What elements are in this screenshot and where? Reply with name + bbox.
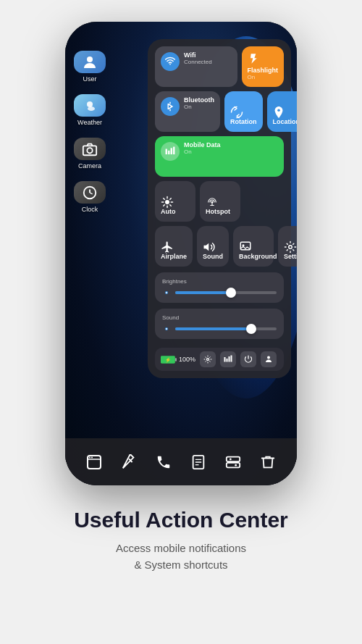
svg-point-41 [235,464,237,466]
text-section: Useful Action Center Access mobile notif… [45,507,317,573]
wifi-icon-circle [161,52,180,71]
cc-row-3: Mobile Data On [155,136,284,177]
hotspot-icon [206,196,219,209]
brightness-track[interactable] [175,291,277,294]
app-weather-label: Weather [77,119,102,126]
location-tile[interactable]: Location [267,91,298,132]
sound-title: Sound [203,254,223,261]
flashlight-tile[interactable]: Flashlight On [242,46,285,87]
sound-slider-row [162,325,277,333]
svg-rect-38 [227,456,240,461]
wifi-tile[interactable]: Wifi Connected [155,46,237,87]
app-weather-icon [74,94,106,117]
gear-icon [203,355,212,364]
status-signal-icon[interactable] [220,351,236,367]
power-icon [244,355,253,364]
cc-grid: Wifi Connected Flashlight On [155,46,284,371]
phone-screen: User Weather [65,22,297,485]
brightness-icon [162,288,171,297]
settings-tile[interactable]: Settings [278,226,297,267]
background-icon [239,241,252,254]
app-clock-icon [74,181,106,204]
dock-phone[interactable] [151,449,177,475]
dock-switch[interactable] [220,449,246,475]
svg-point-32 [91,456,93,458]
svg-point-8 [169,64,171,65]
dock-pen[interactable] [116,449,142,475]
svg-marker-16 [204,243,209,251]
wifi-tile-info: Wifi Connected [184,52,232,66]
airplane-icon [161,241,174,254]
settings-title: Settings [284,254,297,261]
svg-point-23 [166,328,167,330]
mobile-icon-circle [161,142,180,161]
sound-slider-section: Sound [155,309,284,339]
status-gear-icon[interactable] [200,351,216,367]
app-camera[interactable]: Camera [74,138,106,170]
control-center: Wifi Connected Flashlight On [148,39,291,378]
pen-icon [121,454,137,470]
location-title: Location [273,119,298,126]
user-status-icon [264,355,273,364]
svg-point-19 [289,246,292,249]
svg-rect-25 [175,358,177,361]
switch-icon [225,454,241,470]
mobile-data-tile[interactable]: Mobile Data On [155,136,284,177]
rotation-tile[interactable]: Rotation [224,91,263,132]
brightness-thumb[interactable] [226,288,236,298]
brightness-label: Brightnes [162,278,277,285]
app-user-label: User [83,75,96,83]
rotation-icon [230,106,243,119]
sound-slider-label: Sound [162,314,277,321]
phone-icon [156,454,172,470]
wifi-icon [165,57,175,67]
notes-icon [190,454,206,470]
bluetooth-tile[interactable]: Bluetooth On [155,91,220,132]
svg-line-7 [90,193,93,194]
svg-point-4 [87,148,92,153]
svg-rect-39 [227,462,240,467]
svg-point-2 [88,106,95,111]
bt-icon-circle [161,97,180,116]
brightness-slider-row [162,288,277,297]
status-user-icon[interactable] [261,351,277,367]
background-title: Background [239,254,277,261]
phone-wrapper: User Weather [65,22,297,485]
sound-thumb[interactable] [246,324,256,334]
app-user-icon [74,51,106,73]
mobile-title: Mobile Data [184,142,278,149]
app-clock[interactable]: Clock [74,181,106,213]
main-title: Useful Action Center [74,507,288,533]
svg-text:⚡: ⚡ [165,356,172,362]
svg-point-21 [166,292,167,293]
app-user[interactable]: User [74,51,106,83]
app-weather[interactable]: Weather [74,94,106,126]
clock-icon-svg [82,185,98,201]
auto-tile[interactable]: Auto [155,181,195,222]
airplane-tile[interactable]: Airplane [155,226,193,267]
svg-point-12 [165,200,169,204]
phone-dock [65,438,297,485]
camera-icon-svg [82,141,98,157]
finder-icon [85,453,103,471]
sound-track[interactable] [175,327,277,330]
svg-point-40 [230,458,232,460]
wifi-status: Connected [184,59,232,66]
background-tile[interactable]: Background [233,226,274,267]
sound-icon [203,241,216,254]
sound-tile[interactable]: Sound [197,226,229,267]
dock-finder[interactable] [81,449,107,475]
dock-notes[interactable] [185,449,211,475]
location-icon [273,106,285,119]
hotspot-tile[interactable]: Hotspot [200,181,240,222]
signal-icon [224,355,232,364]
svg-point-31 [89,456,90,458]
dock-trash[interactable] [255,449,281,475]
status-power-icon[interactable] [240,351,256,367]
phone-frame: User Weather [65,22,297,485]
cc-row-1: Wifi Connected Flashlight On [155,46,284,87]
svg-point-1 [87,101,93,107]
flashlight-status: On [248,75,256,81]
sound-fill [175,327,251,330]
cc-row-4: Auto Hotspot [155,181,284,222]
